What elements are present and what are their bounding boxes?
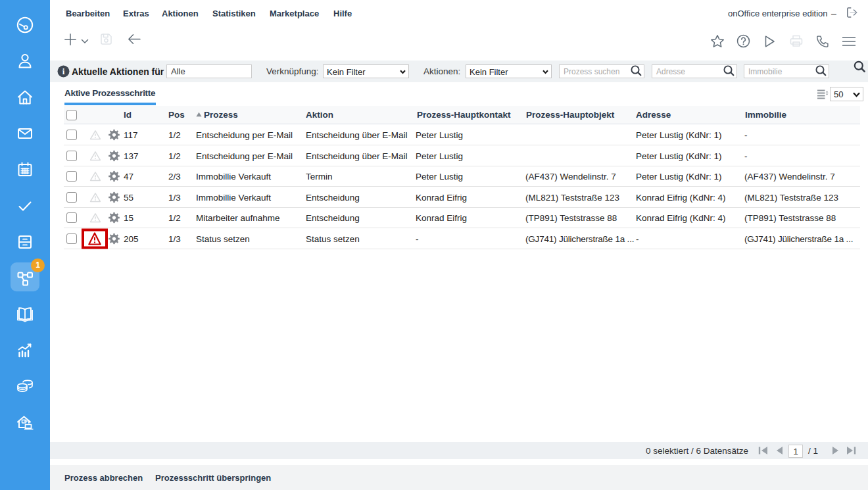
svg-text:i: i bbox=[62, 66, 65, 76]
